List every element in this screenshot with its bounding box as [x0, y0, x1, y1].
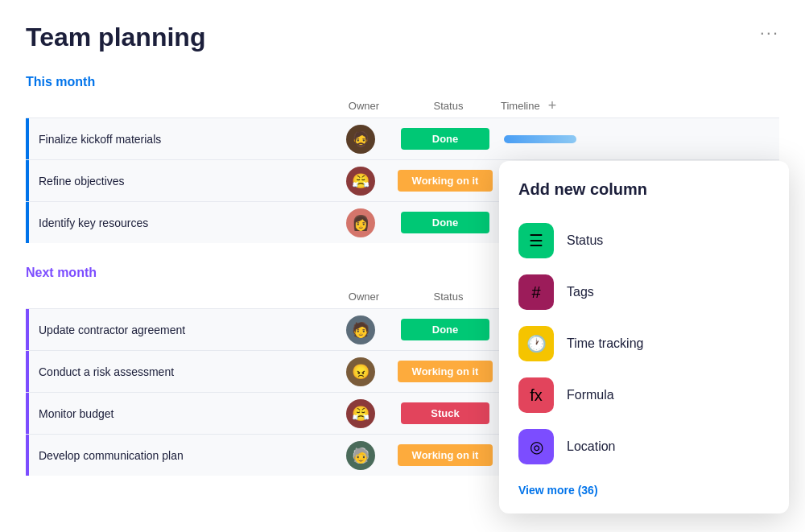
task-status: Done [393, 319, 497, 340]
dropdown-item-label: Location [567, 439, 616, 454]
avatar: 🧓 [346, 441, 375, 470]
col-header-status: Status [396, 291, 501, 303]
avatar: 😤 [346, 167, 375, 196]
task-owner: 🧑 [328, 315, 393, 344]
location-icon: ◎ [518, 429, 554, 464]
page-title: Team planning [26, 23, 779, 52]
avatar: 😠 [346, 357, 375, 386]
col-header-owner: Owner [332, 100, 396, 112]
dropdown-items-list: ☰ Status # Tags 🕐 Time tracking fx Formu… [518, 215, 770, 472]
dropdown-item-label: Status [567, 233, 603, 248]
task-name: Refine objectives [26, 175, 328, 188]
task-owner: 😤 [328, 167, 393, 196]
dropdown-title: Add new column [518, 180, 770, 199]
avatar: 👩 [346, 208, 375, 237]
dropdown-item-label: Time tracking [567, 336, 643, 351]
tags-icon: # [518, 274, 554, 310]
col-header-status: Status [396, 100, 501, 112]
task-name: Update contractor agreement [26, 324, 328, 336]
col-header-owner: Owner [332, 291, 396, 303]
timeline-bar [504, 135, 576, 143]
status-badge: Done [401, 128, 489, 150]
task-status: Working on it [393, 361, 497, 382]
task-name: Monitor budget [26, 407, 328, 420]
status-badge: Working on it [398, 361, 493, 382]
section-title-this-month: This month [26, 75, 779, 89]
task-status: Done [393, 212, 497, 233]
task-timeline [497, 135, 594, 143]
dropdown-item-tags[interactable]: # Tags [518, 266, 770, 318]
status-badge: Working on it [398, 444, 493, 466]
task-status: Done [393, 128, 497, 150]
dropdown-item-time-tracking[interactable]: 🕐 Time tracking [518, 318, 770, 369]
status-badge: Working on it [398, 170, 493, 192]
view-more-link[interactable]: View more (36) [518, 484, 598, 497]
task-name: Identify key resources [26, 217, 328, 229]
col-header-timeline: Timeline + [501, 97, 597, 114]
avatar: 🧑 [346, 315, 375, 344]
add-column-dropdown: Add new column ☰ Status # Tags 🕐 Time tr… [499, 161, 789, 513]
status-badge: Done [401, 319, 489, 340]
avatar: 😤 [346, 399, 375, 428]
task-status: Stuck [393, 402, 497, 424]
task-owner: 👩 [328, 208, 393, 237]
task-status: Working on it [393, 444, 497, 466]
task-owner: 🧓 [328, 441, 393, 470]
task-name: Finalize kickoff materials [26, 133, 328, 146]
task-name: Conduct a risk assessment [26, 365, 328, 378]
table-row[interactable]: Finalize kickoff materials 🧔 Done [26, 118, 779, 159]
more-options-button[interactable]: ··· [760, 23, 779, 43]
formula-icon: fx [518, 377, 554, 413]
status-badge: Stuck [401, 402, 489, 424]
dropdown-item-label: Formula [567, 388, 614, 402]
dropdown-item-status[interactable]: ☰ Status [518, 215, 770, 266]
time-tracking-icon: 🕐 [518, 326, 554, 361]
dropdown-item-formula[interactable]: fx Formula [518, 369, 770, 421]
task-owner: 🧔 [328, 125, 393, 154]
dropdown-item-label: Tags [567, 285, 594, 299]
dropdown-item-location[interactable]: ◎ Location [518, 421, 770, 472]
task-owner: 😠 [328, 357, 393, 386]
table-header-this-month: Owner Status Timeline + [26, 97, 779, 118]
avatar: 🧔 [346, 125, 375, 154]
status-icon: ☰ [518, 223, 554, 258]
task-owner: 😤 [328, 399, 393, 428]
task-status: Working on it [393, 170, 497, 192]
status-badge: Done [401, 212, 489, 233]
task-name: Develop communication plan [26, 449, 328, 462]
add-column-button[interactable]: + [548, 97, 557, 114]
